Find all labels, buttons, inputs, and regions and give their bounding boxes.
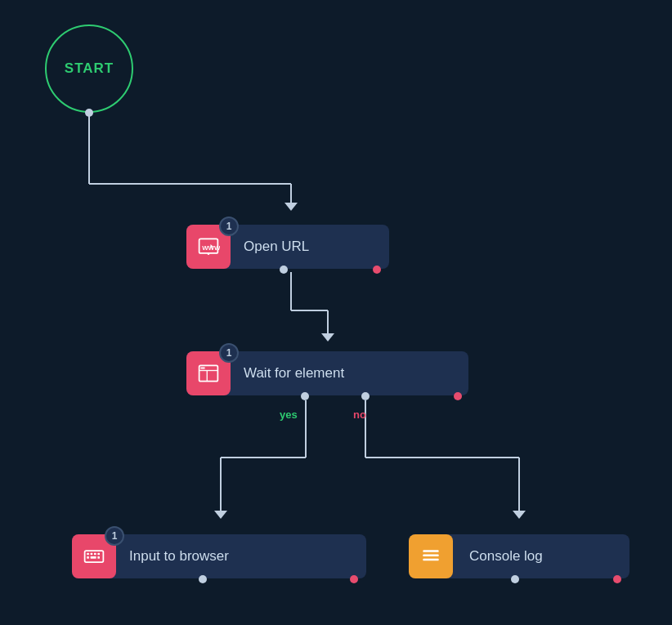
open-url-badge: 1 bbox=[219, 217, 239, 236]
wait-element-badge: 1 bbox=[219, 343, 239, 363]
arrow-to-open-url bbox=[284, 203, 298, 211]
workflow-canvas: START WWW 1 Open URL bbox=[0, 0, 672, 625]
console-log-error-dot bbox=[613, 575, 621, 583]
svg-rect-30 bbox=[423, 554, 438, 556]
svg-rect-23 bbox=[91, 553, 93, 556]
svg-rect-26 bbox=[87, 556, 89, 559]
www-icon: WWW bbox=[197, 235, 220, 258]
svg-point-14 bbox=[208, 252, 210, 255]
input-browser-node[interactable]: 1 Input to browser bbox=[72, 534, 366, 578]
start-label: START bbox=[65, 60, 114, 77]
open-url-bottom-dot bbox=[280, 266, 288, 274]
input-browser-error-dot bbox=[350, 575, 358, 583]
wait-element-yes-dot bbox=[301, 392, 309, 400]
input-browser-title: Input to browser bbox=[116, 548, 245, 565]
svg-rect-25 bbox=[97, 553, 100, 556]
input-browser-badge: 1 bbox=[105, 526, 124, 546]
svg-rect-20 bbox=[200, 367, 204, 369]
wait-element-no-dot bbox=[361, 392, 370, 400]
console-log-title: Console log bbox=[453, 548, 559, 565]
no-label: no bbox=[353, 408, 366, 421]
start-bottom-dot bbox=[85, 109, 93, 117]
list-icon bbox=[419, 545, 442, 568]
arrow-to-input bbox=[214, 511, 227, 519]
svg-rect-31 bbox=[423, 559, 438, 561]
svg-rect-29 bbox=[423, 550, 438, 552]
keyboard-icon bbox=[83, 545, 105, 568]
arrow-to-wait-element bbox=[321, 333, 334, 342]
start-node: START bbox=[45, 25, 133, 113]
wait-element-title: Wait for element bbox=[231, 365, 361, 382]
wait-element-error-dot bbox=[454, 392, 462, 400]
console-log-icon bbox=[409, 534, 453, 578]
input-browser-bottom-dot bbox=[199, 575, 207, 583]
svg-rect-24 bbox=[94, 553, 96, 556]
wait-element-node[interactable]: 1 Wait for element bbox=[186, 351, 468, 395]
open-url-node[interactable]: WWW 1 Open URL bbox=[186, 225, 389, 269]
console-log-bottom-dot bbox=[511, 575, 519, 583]
svg-rect-28 bbox=[97, 556, 100, 559]
element-icon bbox=[197, 362, 220, 385]
open-url-error-dot bbox=[373, 266, 381, 274]
svg-rect-22 bbox=[87, 553, 89, 556]
yes-label: yes bbox=[280, 408, 298, 421]
open-url-title: Open URL bbox=[231, 239, 325, 255]
console-log-node[interactable]: Console log bbox=[409, 534, 629, 578]
arrow-to-console bbox=[513, 511, 526, 519]
svg-rect-27 bbox=[91, 556, 96, 559]
